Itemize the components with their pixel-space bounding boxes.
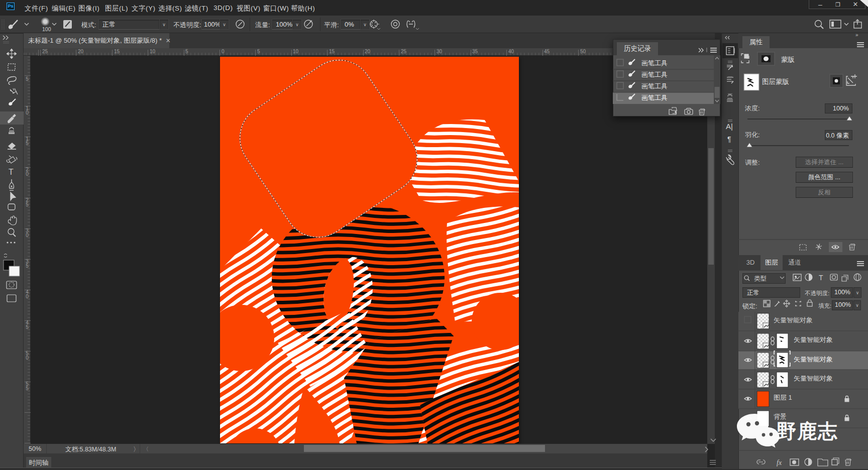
svg-text:矢量智能对象: 矢量智能对象 [794,375,833,382]
svg-text:画笔工具: 画笔工具 [641,82,668,90]
svg-text:调整:: 调整: [745,159,760,166]
svg-text:画笔工具: 画笔工具 [641,59,668,67]
svg-text:蒙版: 蒙版 [781,56,795,63]
svg-text:矢量智能对象: 矢量智能对象 [774,316,813,324]
svg-text:100: 100 [42,26,51,32]
svg-text:羽化:: 羽化: [745,131,760,139]
svg-text:T: T [819,274,823,282]
svg-text:矢量智能对象: 矢量智能对象 [794,336,833,343]
svg-text:¶: ¶ [727,135,731,143]
svg-text:A|: A| [726,122,733,131]
svg-text:图层蒙版: 图层蒙版 [762,78,789,85]
svg-text:浓度:: 浓度: [744,104,760,112]
svg-text:图层 1: 图层 1 [774,394,792,401]
svg-text:画笔工具: 画笔工具 [641,71,668,78]
svg-text:矢量智能对象: 矢量智能对象 [794,356,833,363]
svg-text:fx: fx [777,459,782,466]
svg-text:画笔工具: 画笔工具 [641,94,668,101]
svg-text:野鹿志: 野鹿志 [777,420,838,442]
svg-text:T: T [9,168,14,176]
